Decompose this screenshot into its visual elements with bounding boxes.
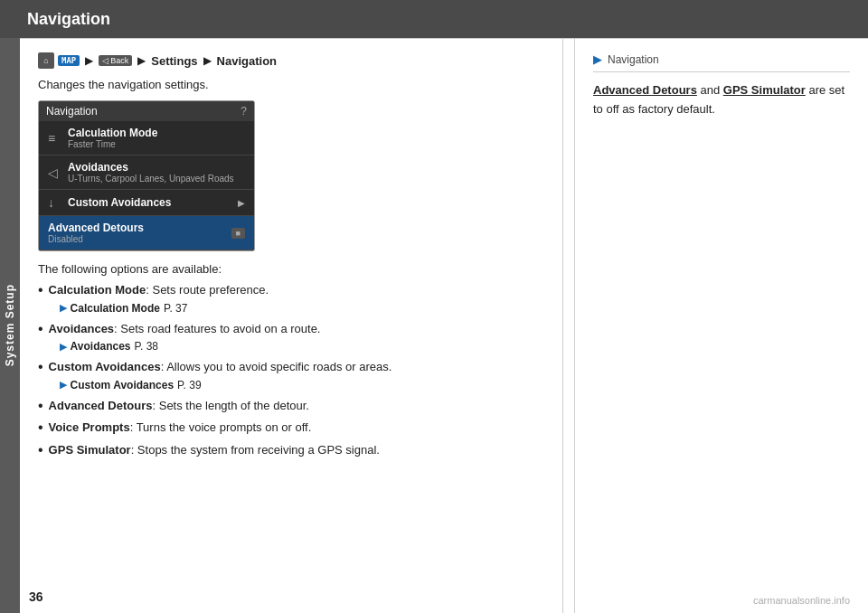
list-item: • Advanced Detours: Sets the length of t… [38, 397, 544, 416]
item-sub-2: U-Turns, Carpool Lanes, Unpaved Roads [68, 174, 234, 184]
item-title-3: Custom Avoidances [68, 196, 171, 209]
disabled-badge: ■ [231, 228, 245, 239]
menu-icon-2: ◁ [48, 165, 62, 180]
option-colon: : Turns the voice prompts on or off. [130, 420, 312, 434]
bullet-icon: • [38, 441, 43, 460]
back-arrow-icon: ◁ [102, 56, 108, 65]
nav-item-advanced-detours[interactable]: Advanced Detours Disabled ■ [39, 216, 254, 250]
ref-label: Custom Avoidances [71, 377, 174, 393]
ref-page: P. 37 [164, 300, 187, 316]
ref-line: ▶ Custom Avoidances P. 39 [60, 377, 544, 393]
header-title: Navigation [27, 10, 110, 29]
ref-line: ▶ Calculation Mode P. 37 [60, 300, 544, 316]
bullet-icon: • [38, 281, 43, 300]
arrow-icon-2: ▶ [137, 54, 146, 67]
option-colon: : Sets road features to avoid on a route… [114, 322, 320, 335]
right-panel: ▶ Navigation Advanced Detours and GPS Si… [574, 38, 868, 613]
nav-item-custom-avoidances[interactable]: ↓ Custom Avoidances ▶ [39, 190, 254, 216]
ref-page: P. 39 [177, 377, 201, 393]
settings-label: Settings [151, 54, 197, 68]
option-content: Advanced Detours: Sets the length of the… [49, 397, 544, 415]
nav-item-avoidances[interactable]: ◁ Avoidances U-Turns, Carpool Lanes, Unp… [39, 156, 254, 190]
options-list: • Calculation Mode: Sets route preferenc… [38, 281, 544, 460]
option-content: Voice Prompts: Turns the voice prompts o… [49, 419, 544, 437]
list-item: • Voice Prompts: Turns the voice prompts… [38, 419, 544, 438]
ref-icon: ▶ [60, 377, 67, 392]
bullet-icon: • [38, 358, 43, 377]
back-button[interactable]: ◁ Back [99, 55, 132, 66]
right-text-1: and [697, 83, 723, 97]
menu-icon-1: ≡ [48, 131, 62, 146]
item-title-4: Advanced Detours [48, 222, 144, 234]
list-item: • Custom Avoidances: Allows you to avoid… [38, 358, 544, 393]
bullet-icon: • [38, 397, 43, 416]
vertical-rule [562, 38, 563, 613]
option-content: GPS Simulator: Stops the system from rec… [49, 441, 544, 459]
option-content: Custom Avoidances: Allows you to avoid s… [49, 358, 544, 393]
arrow-icon-1: ▶ [85, 54, 93, 67]
option-term: Custom Avoidances [49, 360, 161, 373]
ref-label: Calculation Mode [71, 300, 160, 316]
breadcrumb: ⌂ MAP ▶ ◁ Back ▶ Settings ▶ Navigation [38, 52, 544, 69]
chevron-right-icon: ▶ [238, 198, 245, 208]
option-term: Voice Prompts [49, 420, 130, 434]
side-tab-label: System Setup [4, 284, 16, 366]
back-label: Back [110, 56, 128, 65]
right-bold-2: GPS Simulator [723, 83, 806, 97]
ref-page: P. 38 [135, 338, 158, 354]
item-sub-4: Disabled [48, 234, 144, 244]
right-bold-1: Advanced Detours [593, 83, 697, 97]
bullet-icon: • [38, 419, 43, 438]
page-description: Changes the navigation settings. [38, 78, 544, 91]
navigation-label: Navigation [217, 54, 277, 68]
list-item: • GPS Simulator: Stops the system from r… [38, 441, 544, 460]
side-tab: System Setup [0, 38, 20, 613]
ref-icon: ▶ [60, 300, 67, 316]
nav-item-calculation-mode[interactable]: ≡ Calculation Mode Faster Time [39, 121, 254, 156]
right-panel-header: ▶ Navigation [593, 52, 850, 72]
item-title-1: Calculation Mode [68, 127, 157, 139]
option-colon: : Sets route preference. [146, 283, 269, 297]
main-content: ⌂ MAP ▶ ◁ Back ▶ Settings ▶ Navigation C… [20, 38, 562, 613]
page-header: Navigation [0, 0, 868, 38]
list-item: • Calculation Mode: Sets route preferenc… [38, 281, 544, 316]
page-number: 36 [20, 589, 43, 604]
list-item: • Avoidances: Sets road features to avoi… [38, 320, 544, 355]
item-sub-1: Faster Time [68, 139, 157, 149]
ref-icon: ▶ [60, 339, 67, 354]
option-colon: : Allows you to avoid specific roads or … [161, 360, 392, 373]
option-content: Calculation Mode: Sets route preference.… [49, 281, 544, 316]
help-icon: ? [241, 105, 247, 118]
right-panel-icon: ▶ [593, 52, 602, 66]
nav-screen-header: Navigation ? [39, 101, 254, 121]
option-term: Calculation Mode [49, 283, 146, 297]
item-title-2: Avoidances [68, 161, 234, 174]
right-panel-title: Navigation [608, 53, 659, 66]
option-term: Advanced Detours [49, 399, 153, 412]
option-content: Avoidances: Sets road features to avoid … [49, 320, 544, 355]
bullet-icon: • [38, 320, 43, 339]
ref-label: Avoidances [71, 338, 131, 354]
ref-line: ▶ Avoidances P. 38 [60, 338, 544, 354]
watermark: carmanualsonline.info [753, 595, 850, 606]
home-icon: ⌂ [38, 52, 54, 69]
menu-icon-3: ↓ [48, 195, 62, 210]
option-colon: : Sets the length of the detour. [152, 399, 308, 412]
arrow-icon-3: ▶ [203, 54, 212, 67]
option-term: Avoidances [49, 322, 115, 335]
map-button[interactable]: MAP [58, 55, 80, 66]
nav-screen-title: Navigation [46, 105, 98, 118]
nav-screen-mockup: Navigation ? ≡ Calculation Mode Faster T… [38, 100, 255, 251]
right-panel-body: Advanced Detours and GPS Simulator are s… [593, 81, 850, 119]
options-intro: The following options are available: [38, 262, 544, 276]
option-term: GPS Simulator [49, 443, 131, 457]
option-colon: : Stops the system from receiving a GPS … [131, 443, 380, 457]
